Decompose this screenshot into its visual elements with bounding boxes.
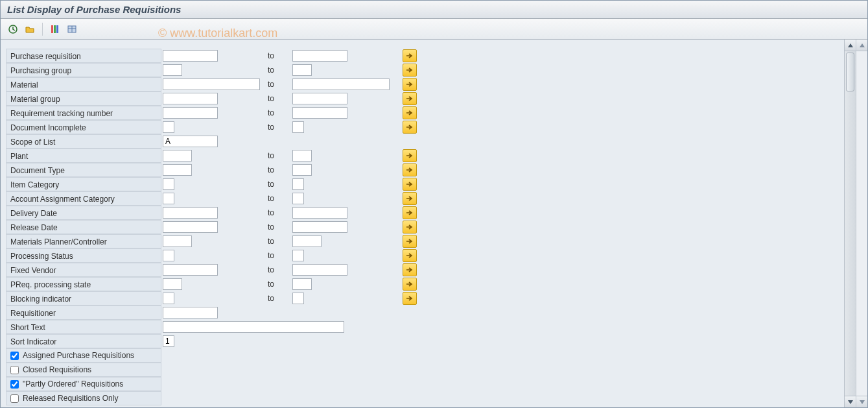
mat-multiple-selection-button[interactable] <box>403 78 417 91</box>
outer-scroll-track[interactable] <box>856 51 867 396</box>
blkind-to-input[interactable] <box>292 293 304 304</box>
pstat-multiple-selection-button[interactable] <box>403 249 417 262</box>
inner-vertical-scrollbar[interactable] <box>844 40 856 407</box>
docinc-multiple-selection-button[interactable] <box>403 121 417 134</box>
checkbox-label: Assigned Purchase Requisitions <box>23 351 134 360</box>
doctype-to-input[interactable] <box>292 164 312 176</box>
arrow-right-icon <box>406 152 414 159</box>
triangle-up-icon <box>847 42 854 49</box>
titlebar: List Display of Purchase Requisitions <box>1 1 867 19</box>
matgrp-to-input[interactable] <box>292 93 347 104</box>
doctype-multiple-selection-button[interactable] <box>403 163 417 176</box>
outer-scroll-down-button[interactable] <box>856 396 867 407</box>
deliv-to-input[interactable] <box>292 207 347 219</box>
plant-multiple-selection-button[interactable] <box>403 149 417 162</box>
pgrp-multiple-selection-button[interactable] <box>403 64 417 77</box>
scroll-thumb[interactable] <box>846 53 854 91</box>
released-only-checkbox[interactable] <box>10 394 19 403</box>
itemcat-multiple-selection-button[interactable] <box>403 178 417 191</box>
itemcat-from-input[interactable] <box>163 178 174 190</box>
reldate-from-input[interactable] <box>163 221 218 233</box>
outer-vertical-scrollbar[interactable] <box>856 40 867 407</box>
checkbox-partly-ordered[interactable]: "Partly Ordered" Requisitions <box>6 377 161 391</box>
checkbox-closed-req[interactable]: Closed Requisitions <box>6 363 161 377</box>
sort-indicator-input[interactable] <box>163 335 174 347</box>
fixven-multiple-selection-button[interactable] <box>403 263 417 276</box>
row-sort-indicator: Sort Indicator <box>6 334 839 348</box>
preqps-multiple-selection-button[interactable] <box>403 278 417 291</box>
pr-multiple-selection-button[interactable] <box>403 49 417 62</box>
deliv-multiple-selection-button[interactable] <box>403 206 417 219</box>
scroll-track[interactable] <box>845 51 856 396</box>
pr-from-input[interactable] <box>163 50 218 62</box>
select-all-button[interactable] <box>48 22 62 36</box>
mrpc-from-input[interactable] <box>163 235 192 247</box>
pstat-from-input[interactable] <box>163 250 174 261</box>
mrpc-to-input[interactable] <box>292 235 322 247</box>
reqtrk-to-input[interactable] <box>292 107 347 119</box>
reldate-to-input[interactable] <box>292 221 347 233</box>
pstat-to-input[interactable] <box>292 250 304 261</box>
pgrp-from-input[interactable] <box>163 64 182 76</box>
reldate-multiple-selection-button[interactable] <box>403 221 417 234</box>
closed-req-checkbox[interactable] <box>10 366 19 374</box>
label: Purchasing group <box>6 63 161 77</box>
dynamic-selections-button[interactable] <box>65 22 79 36</box>
reqtrk-multiple-selection-button[interactable] <box>403 106 417 119</box>
sap-window: List Display of Purchase Requisitions © … <box>0 0 868 408</box>
itemcat-to-input[interactable] <box>292 178 304 190</box>
acctassg-to-input[interactable] <box>292 193 304 204</box>
checkbox-assigned-pr[interactable]: Assigned Purchase Requisitions <box>6 348 161 363</box>
assigned-pr-checkbox[interactable] <box>10 352 19 360</box>
folder-open-icon <box>25 24 35 34</box>
to-label: to <box>266 280 274 289</box>
label: Plant <box>6 149 161 163</box>
row-item-category: Item Category to <box>6 177 839 191</box>
svg-rect-1 <box>51 25 53 33</box>
blkind-multiple-selection-button[interactable] <box>403 292 417 305</box>
plant-to-input[interactable] <box>292 150 312 162</box>
preqps-from-input[interactable] <box>163 278 182 290</box>
partly-ordered-checkbox[interactable] <box>10 380 19 389</box>
preqps-to-input[interactable] <box>292 278 312 290</box>
fixven-to-input[interactable] <box>292 264 347 276</box>
execute-button[interactable] <box>6 22 20 36</box>
mrpc-multiple-selection-button[interactable] <box>403 235 417 248</box>
acctassg-from-input[interactable] <box>163 193 174 204</box>
scroll-up-button[interactable] <box>845 40 856 51</box>
doctype-from-input[interactable] <box>163 164 192 176</box>
label: Sort Indicator <box>6 334 161 348</box>
reqtrk-from-input[interactable] <box>163 107 218 119</box>
selection-screen: Purchase requisition to Purchasing group… <box>1 40 844 407</box>
scope-input[interactable] <box>163 136 218 147</box>
mat-from-input[interactable] <box>163 78 260 90</box>
to-label: to <box>266 123 274 132</box>
get-variant-button[interactable] <box>23 22 37 36</box>
plant-from-input[interactable] <box>163 150 192 162</box>
deliv-from-input[interactable] <box>163 207 218 219</box>
row-delivery-date: Delivery Date to <box>6 206 839 220</box>
label: Purchase requisition <box>6 49 161 63</box>
blkind-from-input[interactable] <box>163 293 174 304</box>
svg-rect-3 <box>56 25 58 33</box>
row-scope-of-list: Scope of List <box>6 134 839 149</box>
acctassg-multiple-selection-button[interactable] <box>403 192 417 205</box>
matgrp-multiple-selection-button[interactable] <box>403 92 417 105</box>
matgrp-from-input[interactable] <box>163 93 218 104</box>
fixven-from-input[interactable] <box>163 264 218 276</box>
short-text-input[interactable] <box>163 321 344 333</box>
outer-scroll-up-button[interactable] <box>856 40 867 51</box>
to-label: to <box>266 51 274 60</box>
pgrp-to-input[interactable] <box>292 64 312 76</box>
pr-to-input[interactable] <box>292 50 347 62</box>
label: PReq. processing state <box>6 277 161 291</box>
mat-to-input[interactable] <box>292 78 390 90</box>
reqnr-input[interactable] <box>163 307 218 318</box>
checkbox-released-only[interactable]: Released Requisitions Only <box>6 391 161 405</box>
docinc-from-input[interactable] <box>163 121 174 133</box>
scroll-down-button[interactable] <box>845 396 856 407</box>
page-title: List Display of Purchase Requisitions <box>7 4 181 15</box>
docinc-to-input[interactable] <box>292 121 304 133</box>
row-account-assignment: Account Assignment Category to <box>6 191 839 206</box>
to-label: to <box>266 165 274 174</box>
